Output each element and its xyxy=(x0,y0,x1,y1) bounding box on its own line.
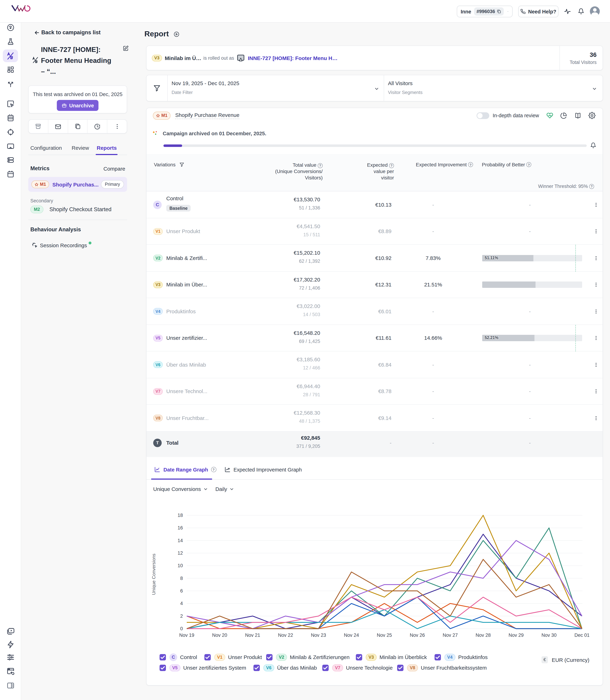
svg-text:Dec 01: Dec 01 xyxy=(574,633,590,638)
svg-text:Nov 19: Nov 19 xyxy=(179,633,194,638)
svg-text:Nov 26: Nov 26 xyxy=(410,633,425,638)
svg-text:Nov 22: Nov 22 xyxy=(278,633,293,638)
svg-text:12: 12 xyxy=(178,550,183,556)
svg-text:Nov 20: Nov 20 xyxy=(212,633,227,638)
svg-text:8: 8 xyxy=(180,576,183,581)
svg-text:6: 6 xyxy=(180,588,183,593)
svg-text:Nov 23: Nov 23 xyxy=(311,633,326,638)
svg-text:Nov 25: Nov 25 xyxy=(377,633,392,638)
svg-text:Nov 27: Nov 27 xyxy=(443,633,458,638)
svg-text:Nov 29: Nov 29 xyxy=(509,633,524,638)
svg-text:Nov 21: Nov 21 xyxy=(245,633,260,638)
svg-text:Nov 30: Nov 30 xyxy=(542,633,557,638)
svg-text:14: 14 xyxy=(178,538,183,543)
svg-text:16: 16 xyxy=(178,525,183,530)
svg-text:Unique Conversions: Unique Conversions xyxy=(151,554,156,595)
svg-text:4: 4 xyxy=(180,601,183,606)
svg-text:18: 18 xyxy=(178,513,183,518)
svg-text:Nov 24: Nov 24 xyxy=(344,633,359,638)
svg-text:0: 0 xyxy=(180,626,183,631)
svg-text:2: 2 xyxy=(180,613,183,619)
svg-text:10: 10 xyxy=(178,563,183,568)
svg-text:Nov 28: Nov 28 xyxy=(476,633,491,638)
